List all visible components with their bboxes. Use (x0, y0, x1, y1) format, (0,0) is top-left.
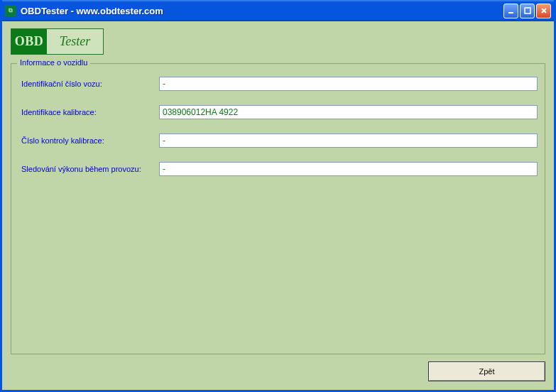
field-performance-tracking: Sledování výkonu během provozu: - (18, 162, 538, 176)
window-title: OBDTester - www.obdtester.com (21, 6, 503, 16)
field-label: Identifikace kalibrace: (18, 108, 159, 116)
field-calibration-check: Číslo kontroly kalibrace: - (18, 134, 538, 148)
back-button[interactable]: Zpět (428, 361, 545, 381)
field-value: - (159, 162, 538, 176)
field-label: Identifikační číslo vozu: (18, 80, 159, 88)
logo-left: OBD (11, 29, 47, 54)
field-value: 038906012HA 4922 (159, 105, 538, 119)
svg-rect-1 (525, 8, 530, 13)
minimize-icon (508, 7, 515, 14)
field-label: Sledování výkonu během provozu: (18, 165, 159, 173)
field-value: - (159, 134, 538, 148)
titlebar: ⧉ OBDTester - www.obdtester.com (2, 0, 554, 21)
svg-rect-0 (508, 12, 513, 13)
app-icon: ⧉ (5, 5, 16, 16)
close-icon (540, 7, 547, 14)
vehicle-info-group: Informace o vozidlu Identifikační číslo … (11, 63, 545, 354)
app-logo: OBD Tester (11, 28, 104, 55)
field-calibration-id: Identifikace kalibrace: 038906012HA 4922 (18, 105, 538, 119)
maximize-button[interactable] (520, 4, 535, 18)
maximize-icon (524, 7, 531, 14)
minimize-button[interactable] (503, 4, 518, 18)
field-vin: Identifikační číslo vozu: - (18, 77, 538, 91)
field-label: Číslo kontroly kalibrace: (18, 136, 159, 145)
field-value: - (159, 77, 538, 91)
logo-right: Tester (47, 29, 103, 54)
app-window: ⧉ OBDTester - www.obdtester.com OBD Test… (0, 0, 556, 392)
button-bar: Zpět (11, 361, 545, 381)
window-controls (503, 4, 551, 18)
close-button[interactable] (536, 4, 551, 18)
groupbox-legend: Informace o vozidlu (17, 58, 90, 67)
client-area: OBD Tester Informace o vozidlu Identifik… (2, 21, 554, 390)
